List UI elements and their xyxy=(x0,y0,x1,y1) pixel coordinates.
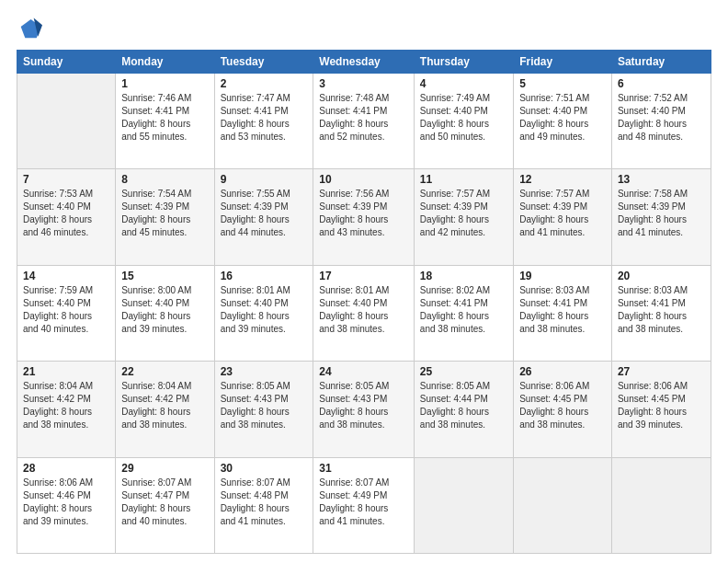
day-cell: 2Sunrise: 7:47 AMSunset: 4:41 PMDaylight… xyxy=(214,74,313,169)
week-row-3: 14Sunrise: 7:59 AMSunset: 4:40 PMDayligh… xyxy=(17,265,711,361)
day-number: 23 xyxy=(221,365,308,378)
day-number: 11 xyxy=(420,173,507,186)
day-info: Sunrise: 8:00 AMSunset: 4:40 PMDaylight:… xyxy=(121,284,208,336)
day-number: 19 xyxy=(519,270,606,282)
day-cell: 25Sunrise: 8:05 AMSunset: 4:44 PMDayligh… xyxy=(414,362,513,457)
header-day-thursday: Thursday xyxy=(414,51,513,74)
header xyxy=(17,17,711,42)
day-cell: 18Sunrise: 8:02 AMSunset: 4:41 PMDayligh… xyxy=(414,265,513,361)
day-info: Sunrise: 7:52 AMSunset: 4:40 PMDaylight:… xyxy=(618,92,705,144)
day-cell: 20Sunrise: 8:03 AMSunset: 4:41 PMDayligh… xyxy=(611,265,711,361)
day-number: 8 xyxy=(121,173,208,186)
day-info: Sunrise: 8:07 AMSunset: 4:49 PMDaylight:… xyxy=(319,477,408,528)
day-number: 22 xyxy=(121,365,208,378)
header-day-wednesday: Wednesday xyxy=(313,51,415,74)
day-cell xyxy=(17,74,116,169)
day-number: 17 xyxy=(319,270,408,282)
day-number: 9 xyxy=(221,173,308,186)
day-cell: 27Sunrise: 8:06 AMSunset: 4:45 PMDayligh… xyxy=(611,362,711,457)
week-row-5: 28Sunrise: 8:06 AMSunset: 4:46 PMDayligh… xyxy=(17,457,711,553)
day-info: Sunrise: 7:54 AMSunset: 4:39 PMDaylight:… xyxy=(121,188,208,239)
header-day-sunday: Sunday xyxy=(17,51,116,74)
day-cell: 26Sunrise: 8:06 AMSunset: 4:45 PMDayligh… xyxy=(514,362,612,457)
page: SundayMondayTuesdayWednesdayThursdayFrid… xyxy=(0,0,728,563)
calendar-table: SundayMondayTuesdayWednesdayThursdayFrid… xyxy=(17,50,711,554)
day-cell: 13Sunrise: 7:58 AMSunset: 4:39 PMDayligh… xyxy=(611,169,711,265)
week-row-4: 21Sunrise: 8:04 AMSunset: 4:42 PMDayligh… xyxy=(17,362,711,457)
day-cell: 4Sunrise: 7:49 AMSunset: 4:40 PMDaylight… xyxy=(414,74,513,169)
day-cell: 28Sunrise: 8:06 AMSunset: 4:46 PMDayligh… xyxy=(17,457,116,553)
day-info: Sunrise: 8:01 AMSunset: 4:40 PMDaylight:… xyxy=(221,284,308,336)
day-info: Sunrise: 8:04 AMSunset: 4:42 PMDaylight:… xyxy=(121,380,208,431)
day-number: 29 xyxy=(121,462,208,475)
day-cell: 19Sunrise: 8:03 AMSunset: 4:41 PMDayligh… xyxy=(514,265,612,361)
day-number: 20 xyxy=(618,270,705,282)
day-number: 26 xyxy=(519,365,606,378)
day-cell: 23Sunrise: 8:05 AMSunset: 4:43 PMDayligh… xyxy=(214,362,313,457)
day-cell: 10Sunrise: 7:56 AMSunset: 4:39 PMDayligh… xyxy=(313,169,415,265)
day-info: Sunrise: 7:55 AMSunset: 4:39 PMDaylight:… xyxy=(221,188,308,239)
day-number: 3 xyxy=(319,77,408,90)
day-info: Sunrise: 8:06 AMSunset: 4:46 PMDaylight:… xyxy=(23,477,109,528)
day-cell: 3Sunrise: 7:48 AMSunset: 4:41 PMDaylight… xyxy=(313,74,415,169)
day-number: 24 xyxy=(319,365,408,378)
header-day-saturday: Saturday xyxy=(611,51,711,74)
day-number: 27 xyxy=(618,365,705,378)
day-cell: 8Sunrise: 7:54 AMSunset: 4:39 PMDaylight… xyxy=(116,169,214,265)
day-info: Sunrise: 7:53 AMSunset: 4:40 PMDaylight:… xyxy=(23,188,109,239)
day-number: 21 xyxy=(23,365,109,378)
day-number: 4 xyxy=(420,77,507,90)
day-info: Sunrise: 7:46 AMSunset: 4:41 PMDaylight:… xyxy=(121,92,208,144)
day-cell xyxy=(414,457,513,553)
day-number: 7 xyxy=(23,173,109,186)
day-cell: 5Sunrise: 7:51 AMSunset: 4:40 PMDaylight… xyxy=(514,74,612,169)
day-info: Sunrise: 7:59 AMSunset: 4:40 PMDaylight:… xyxy=(23,284,109,336)
day-info: Sunrise: 8:03 AMSunset: 4:41 PMDaylight:… xyxy=(519,284,606,336)
day-cell: 12Sunrise: 7:57 AMSunset: 4:39 PMDayligh… xyxy=(514,169,612,265)
header-day-friday: Friday xyxy=(514,51,612,74)
header-row: SundayMondayTuesdayWednesdayThursdayFrid… xyxy=(17,51,711,74)
day-info: Sunrise: 7:57 AMSunset: 4:39 PMDaylight:… xyxy=(519,188,606,239)
day-number: 6 xyxy=(618,77,705,90)
day-info: Sunrise: 8:03 AMSunset: 4:41 PMDaylight:… xyxy=(618,284,705,336)
day-cell: 17Sunrise: 8:01 AMSunset: 4:40 PMDayligh… xyxy=(313,265,415,361)
day-info: Sunrise: 8:07 AMSunset: 4:47 PMDaylight:… xyxy=(121,477,208,528)
day-info: Sunrise: 8:05 AMSunset: 4:44 PMDaylight:… xyxy=(420,380,507,431)
day-number: 5 xyxy=(519,77,606,90)
day-cell: 9Sunrise: 7:55 AMSunset: 4:39 PMDaylight… xyxy=(214,169,313,265)
day-number: 31 xyxy=(319,462,408,475)
day-number: 15 xyxy=(121,270,208,282)
day-number: 18 xyxy=(420,270,507,282)
day-cell: 6Sunrise: 7:52 AMSunset: 4:40 PMDaylight… xyxy=(611,74,711,169)
day-cell: 30Sunrise: 8:07 AMSunset: 4:48 PMDayligh… xyxy=(214,457,313,553)
day-cell: 31Sunrise: 8:07 AMSunset: 4:49 PMDayligh… xyxy=(313,457,415,553)
day-number: 16 xyxy=(221,270,308,282)
day-cell: 7Sunrise: 7:53 AMSunset: 4:40 PMDaylight… xyxy=(17,169,116,265)
day-info: Sunrise: 7:49 AMSunset: 4:40 PMDaylight:… xyxy=(420,92,507,144)
day-info: Sunrise: 8:07 AMSunset: 4:48 PMDaylight:… xyxy=(221,477,308,528)
day-cell: 21Sunrise: 8:04 AMSunset: 4:42 PMDayligh… xyxy=(17,362,116,457)
day-info: Sunrise: 7:57 AMSunset: 4:39 PMDaylight:… xyxy=(420,188,507,239)
day-number: 10 xyxy=(319,173,408,186)
header-day-tuesday: Tuesday xyxy=(214,51,313,74)
day-cell: 22Sunrise: 8:04 AMSunset: 4:42 PMDayligh… xyxy=(116,362,214,457)
day-info: Sunrise: 7:47 AMSunset: 4:41 PMDaylight:… xyxy=(221,92,308,144)
day-info: Sunrise: 8:05 AMSunset: 4:43 PMDaylight:… xyxy=(221,380,308,431)
day-number: 1 xyxy=(121,77,208,90)
day-info: Sunrise: 7:56 AMSunset: 4:39 PMDaylight:… xyxy=(319,188,408,239)
day-cell: 29Sunrise: 8:07 AMSunset: 4:47 PMDayligh… xyxy=(116,457,214,553)
day-cell: 24Sunrise: 8:05 AMSunset: 4:43 PMDayligh… xyxy=(313,362,415,457)
day-info: Sunrise: 7:58 AMSunset: 4:39 PMDaylight:… xyxy=(618,188,705,239)
day-info: Sunrise: 8:06 AMSunset: 4:45 PMDaylight:… xyxy=(519,380,606,431)
day-info: Sunrise: 8:02 AMSunset: 4:41 PMDaylight:… xyxy=(420,284,507,336)
week-row-1: 1Sunrise: 7:46 AMSunset: 4:41 PMDaylight… xyxy=(17,74,711,169)
day-number: 30 xyxy=(221,462,308,475)
day-number: 25 xyxy=(420,365,507,378)
day-info: Sunrise: 7:51 AMSunset: 4:40 PMDaylight:… xyxy=(519,92,606,144)
day-cell: 15Sunrise: 8:00 AMSunset: 4:40 PMDayligh… xyxy=(116,265,214,361)
day-info: Sunrise: 7:48 AMSunset: 4:41 PMDaylight:… xyxy=(319,92,408,144)
day-number: 14 xyxy=(23,270,109,282)
day-info: Sunrise: 8:04 AMSunset: 4:42 PMDaylight:… xyxy=(23,380,109,431)
header-day-monday: Monday xyxy=(116,51,214,74)
day-number: 2 xyxy=(221,77,308,90)
